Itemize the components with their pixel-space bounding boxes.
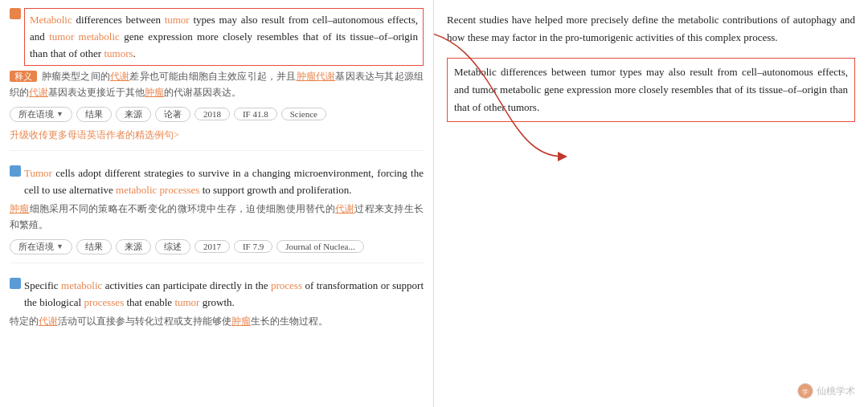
card-1-cn-word-4: 肿瘤: [145, 87, 164, 98]
card-2-icon: [10, 165, 21, 177]
watermark-text: 仙桃学术: [817, 385, 855, 398]
card-2-tags-row: 所在语境 ▼ 结果 来源 综述 2017 IF 7.9 Journal of N…: [10, 239, 424, 254]
card-1-tag-year[interactable]: 2018: [194, 108, 230, 120]
card-1-word-metabolic: Metabolic: [30, 14, 72, 26]
result-card-2: Tumor cells adopt different strategies t…: [10, 165, 424, 263]
card-1-icon: [10, 8, 21, 19]
card-2-en-text: Tumor cells adopt different strategies t…: [24, 165, 424, 199]
card-1-tag-if[interactable]: IF 41.8: [234, 108, 277, 120]
card-1-tag-journal[interactable]: Science: [281, 108, 326, 120]
card-2-tag-source[interactable]: 来源: [116, 239, 151, 254]
result-card-3: Specific metabolic activities can partic…: [10, 278, 424, 338]
card-1-cn-badge: 释义: [10, 71, 37, 82]
card-1-en-text: Metabolic differences between tumor type…: [24, 8, 424, 66]
card-1-word-tumors: tumors: [104, 47, 133, 59]
card-2-word-metabolic-processes: metabolic processes: [116, 184, 199, 196]
card-3-en-text: Specific metabolic activities can partic…: [24, 278, 424, 311]
card-2-tag-year[interactable]: 2017: [194, 240, 230, 253]
card-2-tag-journal[interactable]: Journal of Nuclea...: [276, 240, 363, 253]
card-1-cn-word-1: 代谢: [110, 71, 129, 82]
card-2-tag-arrow: ▼: [56, 242, 63, 250]
card-2-cn-word-1: 肿瘤: [10, 203, 30, 214]
watermark-icon: 学: [797, 383, 813, 399]
left-panel: Metabolic differences between tumor type…: [0, 0, 434, 407]
card-2-tag-review[interactable]: 综述: [155, 239, 190, 254]
card-1-word-tumor-metabolic: tumor metabolic: [49, 31, 120, 43]
card-3-cn-text: 特定的代谢活动可以直接参与转化过程或支持能够使肿瘤生长的生物过程。: [10, 314, 424, 329]
card-3-icon: [10, 278, 21, 289]
card-1-tag-arrow: ▼: [56, 110, 63, 118]
card-3-cn-word-2: 肿瘤: [231, 315, 251, 327]
card-1-cn-text: 释义 肿瘤类型之间的代谢差异也可能由细胞自主效应引起，并且肿瘤代谢基因表达与其起…: [10, 69, 424, 100]
card-2-word-tumor: Tumor: [24, 167, 52, 179]
watermark: 学 仙桃学术: [797, 383, 855, 399]
right-intro-text: Recent studies have helped more precisel…: [447, 11, 855, 47]
svg-text:学: 学: [802, 389, 809, 396]
card-1-tag-thesis[interactable]: 论著: [155, 107, 190, 122]
card-1-tags-row: 所在语境 ▼ 结果 来源 论著 2018 IF 41.8 Science: [10, 107, 424, 122]
card-1-cn-word-2: 肿瘤代谢: [297, 71, 336, 82]
card-3-word-metabolic: metabolic: [61, 279, 102, 291]
right-highlighted-text: Metabolic differences between tumor type…: [447, 58, 855, 122]
upgrade-link[interactable]: 升级收传更多母语英语作者的精选例句>: [10, 128, 424, 142]
card-1-tag-context-label: 所在语境: [18, 108, 54, 120]
card-3-word-process: process: [271, 279, 302, 291]
card-3-word-tumor: tumor: [174, 296, 199, 308]
card-1-tag-source[interactable]: 来源: [116, 107, 151, 122]
result-card-1: Metabolic differences between tumor type…: [10, 8, 424, 151]
card-1-cn-word-3: 代谢: [29, 87, 48, 98]
card-2-tag-if[interactable]: IF 7.9: [234, 240, 272, 253]
card-3-cn-word-1: 代谢: [39, 315, 58, 327]
right-panel: Recent studies have helped more precisel…: [434, 0, 868, 407]
card-2-tag-result[interactable]: 结果: [76, 239, 112, 254]
card-2-title-row: Tumor cells adopt different strategies t…: [10, 165, 424, 199]
card-1-tag-context[interactable]: 所在语境 ▼: [10, 107, 72, 122]
card-1-word-tumor: tumor: [165, 14, 190, 26]
card-3-title-row: Specific metabolic activities can partic…: [10, 278, 424, 311]
card-1-tag-result[interactable]: 结果: [76, 107, 112, 122]
card-3-word-processes: processes: [84, 296, 124, 308]
card-2-cn-word-2: 代谢: [335, 203, 355, 214]
card-2-cn-text: 肿瘤细胞采用不同的策略在不断变化的微环境中生存，迫使细胞使用替代的代谢过程来支持…: [10, 201, 424, 232]
card-2-tag-context-label: 所在语境: [18, 241, 54, 253]
card-2-tag-context[interactable]: 所在语境 ▼: [10, 239, 72, 254]
card-1-title-row: Metabolic differences between tumor type…: [10, 8, 424, 66]
